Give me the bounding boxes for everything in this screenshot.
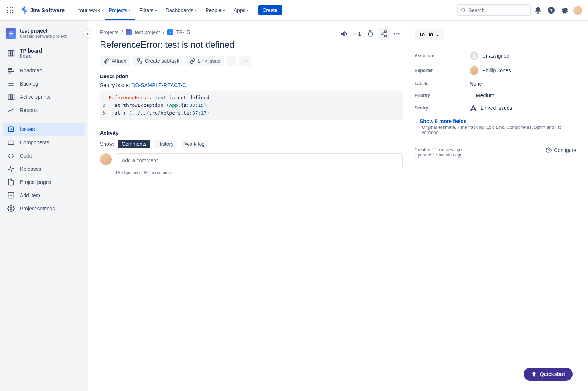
link-issue-button[interactable]: Link issue xyxy=(186,56,224,66)
sidebar-code[interactable]: Code xyxy=(3,149,85,162)
nav-people[interactable]: People▾ xyxy=(202,4,229,16)
app-switcher-icon[interactable] xyxy=(4,4,16,16)
more-actions-icon[interactable] xyxy=(391,28,403,40)
svg-rect-24 xyxy=(12,94,14,100)
nav-apps[interactable]: Apps▾ xyxy=(230,4,252,16)
field-labels[interactable]: Labels None xyxy=(415,78,576,90)
tab-comments[interactable]: Comments xyxy=(118,140,150,148)
project-icon xyxy=(6,28,16,39)
show-label: Show: xyxy=(100,141,114,147)
sidebar-issues[interactable]: Issues xyxy=(3,123,85,136)
create-button[interactable]: Create xyxy=(258,5,282,15)
nav-dashboards[interactable]: Dashboards▾ xyxy=(162,4,201,16)
sidebar-active-sprints[interactable]: Active sprints xyxy=(3,90,85,104)
jira-logo[interactable]: Jira Software xyxy=(18,6,68,14)
search-input[interactable] xyxy=(468,7,527,13)
svg-point-42 xyxy=(243,61,244,62)
add-comment-input[interactable]: Add a comment... xyxy=(116,153,403,167)
chevron-down-icon: ⌄ xyxy=(78,51,80,55)
svg-point-32 xyxy=(385,31,387,33)
notifications-icon[interactable] xyxy=(532,4,544,16)
releases-icon xyxy=(7,165,15,173)
give-feedback-icon[interactable] xyxy=(338,28,350,40)
field-assignee[interactable]: Assignee Unassigned xyxy=(415,48,576,63)
project-name: test project xyxy=(20,28,67,34)
sidebar-components[interactable]: Components xyxy=(3,136,85,149)
help-icon[interactable]: ? xyxy=(545,4,557,16)
svg-point-3 xyxy=(7,10,8,11)
share-icon[interactable] xyxy=(378,28,390,40)
svg-point-37 xyxy=(394,33,395,34)
chevron-down-icon: ⌄ xyxy=(230,59,233,63)
svg-point-4 xyxy=(10,10,11,11)
svg-point-5 xyxy=(12,10,13,11)
nav-projects[interactable]: Projects▾ xyxy=(105,1,135,20)
description-text[interactable]: Sentry Issue: DO-SAMPLE-REACT-C xyxy=(100,82,403,88)
unassigned-avatar-icon xyxy=(470,51,478,60)
lightbulb-icon xyxy=(531,371,537,377)
link-dropdown-button[interactable]: ⌄ xyxy=(227,56,236,66)
sidebar-roadmap[interactable]: Roadmap xyxy=(3,64,85,77)
svg-point-1 xyxy=(10,7,11,8)
svg-point-39 xyxy=(398,33,399,34)
collapse-sidebar-button[interactable] xyxy=(83,29,92,38)
sentry-link[interactable]: DO-SAMPLE-REACT-C xyxy=(132,82,186,88)
svg-rect-40 xyxy=(137,59,139,61)
description-label: Description xyxy=(100,73,403,79)
field-sentry[interactable]: Sentry Linked Issues xyxy=(415,101,576,115)
nav-your-work[interactable]: Your work xyxy=(74,4,104,16)
svg-line-10 xyxy=(464,11,466,12)
attach-button[interactable]: Attach xyxy=(100,56,130,66)
issues-icon xyxy=(7,126,15,133)
project-icon xyxy=(126,29,132,35)
profile-avatar[interactable] xyxy=(572,4,584,16)
breadcrumb-issue-key[interactable]: TP-15 xyxy=(176,29,190,35)
svg-line-36 xyxy=(383,34,385,35)
sidebar-backlog[interactable]: Backlog xyxy=(3,77,85,90)
breadcrumb-project[interactable]: test project xyxy=(135,29,159,35)
tab-history[interactable]: History xyxy=(154,140,178,148)
subtask-icon xyxy=(137,58,143,64)
search-box[interactable] xyxy=(457,4,531,16)
show-more-fields[interactable]: ⌄ Show 6 more fields xyxy=(415,118,576,124)
svg-rect-23 xyxy=(10,94,12,100)
chevron-down-icon: ⌄ xyxy=(415,119,417,123)
issue-details-panel: To Do⌄ Assignee Unassigned Reporter Phil… xyxy=(415,29,576,382)
settings-icon[interactable] xyxy=(559,4,570,16)
sidebar-project-pages[interactable]: Project pages xyxy=(3,175,85,189)
settings-icon xyxy=(7,205,15,212)
link-icon xyxy=(190,58,196,64)
sidebar-reports[interactable]: Reports xyxy=(3,104,85,117)
field-priority[interactable]: Priority ↑Medium xyxy=(415,90,576,101)
status-dropdown[interactable]: To Do⌄ xyxy=(415,29,444,40)
more-fields-list: Original estimate, Time tracking, Epic L… xyxy=(422,125,576,135)
quickstart-button[interactable]: Quickstart xyxy=(524,368,573,381)
tab-worklog[interactable]: Work log xyxy=(181,140,208,148)
code-icon xyxy=(7,152,15,159)
sidebar-releases[interactable]: Releases xyxy=(3,162,85,175)
nav-filters[interactable]: Filters▾ xyxy=(136,4,161,16)
more-issue-actions-button[interactable] xyxy=(239,56,251,66)
search-icon xyxy=(461,7,466,13)
pages-icon xyxy=(7,178,15,186)
board-selector[interactable]: TP board Board ⌄ xyxy=(3,45,85,62)
eye-icon xyxy=(354,30,356,37)
vote-icon[interactable] xyxy=(365,28,376,40)
field-reporter[interactable]: Reporter Phillip Jones xyxy=(415,63,576,78)
breadcrumb-projects[interactable]: Projects xyxy=(100,29,119,35)
create-subtask-button[interactable]: Create subtask xyxy=(133,56,183,66)
issue-title[interactable]: ReferenceError: test is not defined xyxy=(100,40,403,50)
svg-point-6 xyxy=(7,12,8,13)
svg-point-38 xyxy=(396,33,397,34)
nav-links: Your work Projects▾ Filters▾ Dashboards▾… xyxy=(74,1,252,20)
svg-rect-15 xyxy=(12,51,14,56)
dots-icon xyxy=(242,58,248,64)
sidebar-project-settings[interactable]: Project settings xyxy=(3,202,85,215)
configure-button[interactable]: Configure xyxy=(546,147,576,153)
watchers-button[interactable]: 1 xyxy=(351,28,363,40)
pro-tip: Pro tip: press M to comment xyxy=(116,170,403,175)
svg-line-35 xyxy=(383,32,385,33)
sidebar-add-item[interactable]: Add item xyxy=(3,189,85,202)
svg-point-0 xyxy=(7,7,8,8)
svg-point-8 xyxy=(12,12,13,13)
